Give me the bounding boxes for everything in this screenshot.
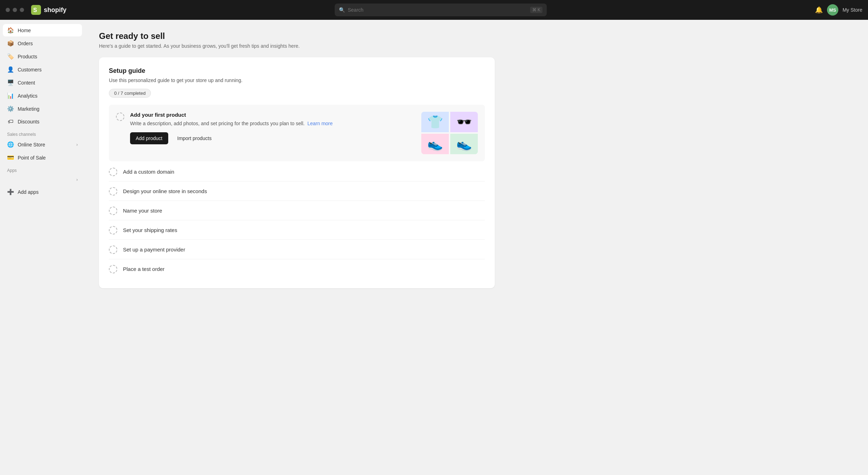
sidebar-item-marketing[interactable]: ⚙️ Marketing (3, 103, 82, 115)
product-img-shoe2: 👟 (450, 134, 478, 154)
sidebar-item-add-apps-label: Add apps (18, 189, 39, 195)
setup-item-shipping[interactable]: Set your shipping rates (109, 220, 485, 240)
checkbox-custom-domain[interactable] (109, 168, 117, 176)
checkbox-shipping[interactable] (109, 226, 117, 234)
page-subtitle: Here's a guide to get started. As your b… (99, 43, 495, 49)
setup-item-add-product[interactable]: Add your first product Write a descripti… (109, 105, 485, 161)
setup-item-payment[interactable]: Set up a payment provider (109, 240, 485, 259)
title-test-order: Place a test order (123, 266, 165, 272)
sidebar-item-products-label: Products (18, 54, 37, 59)
checkbox-name-store[interactable] (109, 207, 117, 215)
window-controls (6, 8, 24, 12)
sidebar-item-customers[interactable]: 👤 Customers (3, 63, 82, 76)
orders-icon: 📦 (7, 40, 14, 47)
sidebar-item-home[interactable]: 🏠 Home (3, 24, 82, 36)
sidebar: 🏠 Home 📦 Orders 🏷️ Products 👤 Customers … (0, 20, 85, 475)
sidebar-item-analytics[interactable]: 📊 Analytics (3, 89, 82, 102)
sidebar-item-products[interactable]: 🏷️ Products (3, 50, 82, 63)
completed-badge: 0 / 7 completed (109, 89, 151, 98)
sidebar-item-pos-label: Point of Sale (18, 155, 46, 161)
title-shipping: Set your shipping rates (123, 227, 177, 233)
setup-item-content-add-product: Add your first product Write a descripti… (130, 112, 416, 144)
dot-3 (20, 8, 24, 12)
dot-1 (6, 8, 10, 12)
title-payment: Set up a payment provider (123, 247, 185, 253)
sidebar-item-discounts[interactable]: 🏷 Discounts (3, 116, 82, 128)
online-store-icon: 🌐 (7, 141, 14, 148)
sidebar-item-point-of-sale[interactable]: 💳 Point of Sale (3, 151, 82, 164)
sidebar-item-orders-label: Orders (18, 41, 33, 46)
main-layout: 🏠 Home 📦 Orders 🏷️ Products 👤 Customers … (0, 20, 868, 475)
store-name: My Store (843, 7, 862, 13)
setup-item-desc-add-product: Write a description, add photos, and set… (130, 120, 416, 127)
apps-chevron-icon: › (76, 177, 78, 182)
checkbox-test-order[interactable] (109, 265, 117, 273)
search-input[interactable] (348, 7, 527, 13)
dot-2 (13, 8, 17, 12)
sidebar-item-customers-label: Customers (18, 67, 42, 73)
title-name-store: Name your store (123, 208, 162, 214)
setup-item-checkbox-add-product[interactable] (116, 112, 124, 121)
avatar[interactable]: MS (827, 4, 838, 16)
setup-guide-title: Setup guide (109, 67, 485, 75)
sidebar-item-marketing-label: Marketing (18, 106, 39, 112)
customers-icon: 👤 (7, 66, 14, 73)
search-bar[interactable]: 🔍 ⌘ K (335, 4, 547, 16)
sidebar-item-content-label: Content (18, 80, 35, 86)
search-shortcut: ⌘ K (530, 7, 542, 13)
checkbox-design-store[interactable] (109, 187, 117, 196)
pos-icon: 💳 (7, 154, 14, 161)
setup-guide-description: Use this personalized guide to get your … (109, 77, 485, 83)
notification-bell-icon[interactable]: 🔔 (815, 6, 823, 14)
sidebar-item-orders[interactable]: 📦 Orders (3, 37, 82, 50)
search-icon: 🔍 (339, 7, 345, 13)
shopify-logo[interactable]: S shopify (31, 5, 66, 15)
add-apps-icon: ➕ (7, 189, 14, 195)
title-design-store: Design your online store in seconds (123, 188, 207, 194)
add-product-button[interactable]: Add product (130, 132, 168, 144)
sidebar-item-add-apps[interactable]: ➕ Add apps (3, 186, 82, 198)
content-icon: 🖥️ (7, 79, 14, 86)
page-title: Get ready to sell (99, 31, 495, 41)
sidebar-item-analytics-label: Analytics (18, 93, 37, 99)
title-custom-domain: Add a custom domain (123, 169, 174, 175)
topbar-right: 🔔 MS My Store (815, 4, 862, 16)
import-products-button[interactable]: Import products (172, 132, 217, 144)
setup-item-buttons: Add product Import products (130, 132, 416, 144)
discounts-icon: 🏷 (7, 118, 14, 125)
sales-channels-label: Sales channels (3, 128, 82, 138)
product-img-shoe1: 👟 (421, 134, 449, 154)
setup-item-title-add-product: Add your first product (130, 112, 416, 118)
checkbox-payment[interactable] (109, 245, 117, 254)
learn-more-link[interactable]: Learn more (307, 121, 333, 126)
product-img-glasses: 🕶️ (450, 112, 478, 132)
product-img-shirt: 👕 (421, 112, 449, 132)
products-icon: 🏷️ (7, 53, 14, 60)
apps-label: Apps (3, 164, 82, 174)
sidebar-item-online-store[interactable]: 🌐 Online Store › (3, 138, 82, 151)
analytics-icon: 📊 (7, 92, 14, 99)
main-content: Get ready to sell Here's a guide to get … (85, 20, 509, 475)
svg-text:S: S (33, 7, 37, 13)
setup-item-name-store[interactable]: Name your store (109, 201, 485, 220)
sidebar-item-content[interactable]: 🖥️ Content (3, 76, 82, 89)
sidebar-item-home-label: Home (18, 28, 31, 33)
sidebar-item-discounts-label: Discounts (18, 119, 39, 124)
setup-guide-card: Setup guide Use this personalized guide … (99, 57, 495, 288)
setup-item-design-store[interactable]: Design your online store in seconds (109, 181, 485, 201)
chevron-right-icon: › (76, 142, 78, 147)
setup-item-custom-domain[interactable]: Add a custom domain (109, 162, 485, 181)
topbar: S shopify 🔍 ⌘ K 🔔 MS My Store (0, 0, 868, 20)
setup-item-test-order[interactable]: Place a test order (109, 259, 485, 278)
product-illustration: 👕 🕶️ 👟 👟 (421, 112, 478, 154)
marketing-icon: ⚙️ (7, 105, 14, 112)
sidebar-item-online-store-label: Online Store (18, 142, 45, 147)
home-icon: 🏠 (7, 27, 14, 34)
sidebar-item-apps-section[interactable]: › (3, 174, 82, 185)
logo-text: shopify (44, 6, 66, 14)
